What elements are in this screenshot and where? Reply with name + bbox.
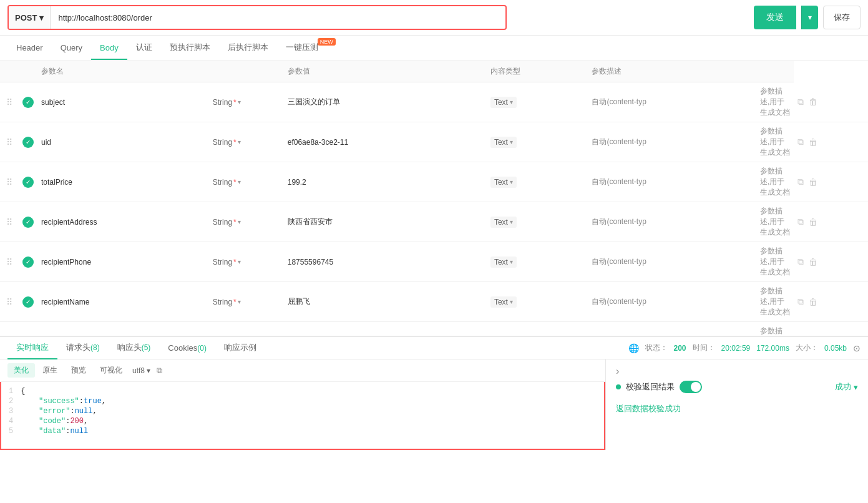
param-value-cell[interactable]: 三国演义的订单 bbox=[284, 82, 487, 122]
type-chevron[interactable]: ▾ bbox=[238, 218, 241, 225]
expand-icon[interactable]: › bbox=[616, 366, 619, 377]
resp-tab-realtime[interactable]: 实时响应 bbox=[7, 337, 57, 359]
param-name-cell: totalPrice bbox=[37, 162, 209, 202]
auto-type-cell: 自动(content-typ bbox=[588, 242, 756, 282]
copy-row-icon[interactable]: ⧉ bbox=[797, 97, 804, 107]
type-badge[interactable]: String * ▾ bbox=[213, 138, 241, 147]
delete-row-icon[interactable]: 🗑 bbox=[809, 217, 817, 227]
tab-query[interactable]: Query bbox=[52, 37, 91, 60]
view-tab-raw[interactable]: 原生 bbox=[36, 363, 64, 378]
tab-header[interactable]: Header bbox=[7, 37, 52, 60]
drag-handle[interactable]: ⠿ bbox=[4, 257, 15, 267]
drag-handle[interactable]: ⠿ bbox=[4, 97, 15, 107]
view-tab-visual[interactable]: 可视化 bbox=[94, 363, 129, 378]
view-tab-preview[interactable]: 预览 bbox=[65, 363, 92, 378]
param-name-cell: orderDesc bbox=[37, 322, 209, 336]
drag-cell: ⠿ bbox=[0, 202, 19, 242]
type-chevron[interactable]: ▾ bbox=[238, 99, 241, 105]
param-value-cell[interactable]: ef06ae8a-3ce2-11 bbox=[284, 122, 487, 162]
type-badge[interactable]: String * ▾ bbox=[213, 178, 241, 187]
save-button[interactable]: 保存 bbox=[823, 6, 861, 29]
check-icon[interactable]: ✓ bbox=[22, 217, 34, 228]
delete-row-icon[interactable]: 🗑 bbox=[809, 137, 817, 147]
check-icon[interactable]: ✓ bbox=[22, 177, 34, 188]
type-badge[interactable]: String * ▾ bbox=[213, 298, 241, 306]
content-type-badge[interactable]: Text ▾ bbox=[490, 217, 517, 228]
check-icon[interactable]: ✓ bbox=[22, 296, 34, 308]
action-cell: ⧉ 🗑 bbox=[794, 202, 868, 242]
success-dropdown[interactable]: 成功 ▾ bbox=[835, 381, 858, 393]
type-chevron[interactable]: ▾ bbox=[238, 298, 241, 305]
type-badge[interactable]: String * ▾ bbox=[213, 258, 241, 266]
content-type-badge[interactable]: Text ▾ bbox=[490, 97, 517, 108]
drag-handle[interactable]: ⠿ bbox=[4, 297, 15, 307]
tab-auth[interactable]: 认证 bbox=[127, 36, 161, 61]
col-param-value: 参数值 bbox=[284, 61, 487, 82]
tab-oneclick[interactable]: 一键压测 NEW bbox=[277, 36, 337, 61]
resp-tab-example[interactable]: 响应示例 bbox=[215, 337, 265, 359]
param-value-cell[interactable]: 18755596745 bbox=[284, 242, 487, 282]
type-chevron[interactable]: ▾ bbox=[238, 258, 241, 265]
param-value-cell[interactable]: df7e65b2-3ce2-11 bbox=[284, 322, 487, 336]
delete-row-icon[interactable]: 🗑 bbox=[809, 177, 817, 187]
resp-tab-respheaders[interactable]: 响应头(5) bbox=[109, 337, 160, 359]
send-button[interactable]: 发送 bbox=[754, 6, 796, 29]
copy-row-icon[interactable]: ⧉ bbox=[797, 296, 804, 307]
view-tab-beautify[interactable]: 美化 bbox=[7, 363, 35, 378]
param-desc-cell[interactable]: 参数描述,用于生成文档 bbox=[756, 202, 794, 242]
tab-post-script[interactable]: 后执行脚本 bbox=[219, 36, 277, 61]
param-desc-cell[interactable]: 参数描述,用于生成文档 bbox=[756, 242, 794, 282]
param-desc-cell[interactable]: 参数描述,用于生成文档 bbox=[756, 82, 794, 122]
check-icon[interactable]: ✓ bbox=[22, 137, 34, 148]
check-icon[interactable]: ✓ bbox=[22, 97, 34, 108]
verify-toggle[interactable] bbox=[680, 381, 702, 393]
type-chevron[interactable]: ▾ bbox=[238, 178, 241, 185]
param-value-cell[interactable]: 199.2 bbox=[284, 162, 487, 202]
action-cell: ⧉ 🗑 bbox=[794, 162, 868, 202]
resp-tab-cookies[interactable]: Cookies(0) bbox=[159, 338, 215, 359]
type-cell: String * ▾ bbox=[209, 282, 284, 322]
drag-handle[interactable]: ⠿ bbox=[4, 177, 15, 187]
resp-tab-reqheaders[interactable]: 请求头(8) bbox=[57, 337, 109, 359]
cookies-count: (0) bbox=[197, 344, 207, 353]
req-header-count: (8) bbox=[90, 343, 100, 352]
content-type-badge[interactable]: Text ▾ bbox=[490, 256, 517, 268]
param-desc-cell[interactable]: 参数描述,用于生成文档 bbox=[756, 282, 794, 322]
check-cell: ✓ bbox=[19, 202, 37, 242]
content-type-badge[interactable]: Text ▾ bbox=[490, 137, 517, 148]
method-label: POST bbox=[15, 13, 37, 22]
drag-handle[interactable]: ⠿ bbox=[4, 137, 15, 147]
copy-row-icon[interactable]: ⧉ bbox=[797, 217, 804, 227]
tab-pre-script[interactable]: 预执行脚本 bbox=[161, 36, 219, 61]
encoding-select[interactable]: utf8 ▾ bbox=[132, 366, 150, 375]
param-desc-cell[interactable]: 参数描述,用于生成文档 bbox=[756, 122, 794, 162]
delete-row-icon[interactable]: 🗑 bbox=[809, 97, 817, 107]
size-label: 大小： bbox=[796, 343, 818, 353]
param-value-cell[interactable]: 屈鹏飞 bbox=[284, 282, 487, 322]
type-badge[interactable]: String * ▾ bbox=[213, 218, 241, 227]
tab-body[interactable]: Body bbox=[91, 37, 127, 60]
delete-row-icon[interactable]: 🗑 bbox=[809, 257, 817, 267]
delete-row-icon[interactable]: 🗑 bbox=[809, 297, 817, 307]
send-dropdown-button[interactable]: ▾ bbox=[801, 6, 818, 29]
content-type-badge[interactable]: Text ▾ bbox=[490, 296, 517, 308]
drag-handle[interactable]: ⠿ bbox=[4, 217, 15, 227]
type-chevron[interactable]: ▾ bbox=[238, 139, 241, 145]
method-select[interactable]: POST ▾ bbox=[9, 6, 51, 29]
auto-type-cell: 自动(content-typ bbox=[588, 162, 756, 202]
content-type-badge[interactable]: Text ▾ bbox=[490, 177, 517, 188]
copy-icon[interactable]: ⧉ bbox=[157, 366, 162, 376]
check-cell: ✓ bbox=[19, 162, 37, 202]
url-input[interactable] bbox=[51, 13, 505, 22]
param-desc-cell[interactable]: 参数描述,用于生成文档 bbox=[756, 322, 794, 336]
auto-type-cell: 自动(content-typ bbox=[588, 282, 756, 322]
param-desc-cell[interactable]: 参数描述,用于生成文档 bbox=[756, 162, 794, 202]
copy-row-icon[interactable]: ⧉ bbox=[797, 256, 804, 267]
type-badge[interactable]: String * ▾ bbox=[213, 98, 241, 107]
copy-row-icon[interactable]: ⧉ bbox=[797, 177, 804, 187]
check-icon[interactable]: ✓ bbox=[22, 256, 34, 268]
content-type-chevron: ▾ bbox=[510, 218, 513, 225]
type-cell: String * ▾ bbox=[209, 202, 284, 242]
param-value-cell[interactable]: 陕西省西安市 bbox=[284, 202, 487, 242]
copy-row-icon[interactable]: ⧉ bbox=[797, 137, 804, 147]
